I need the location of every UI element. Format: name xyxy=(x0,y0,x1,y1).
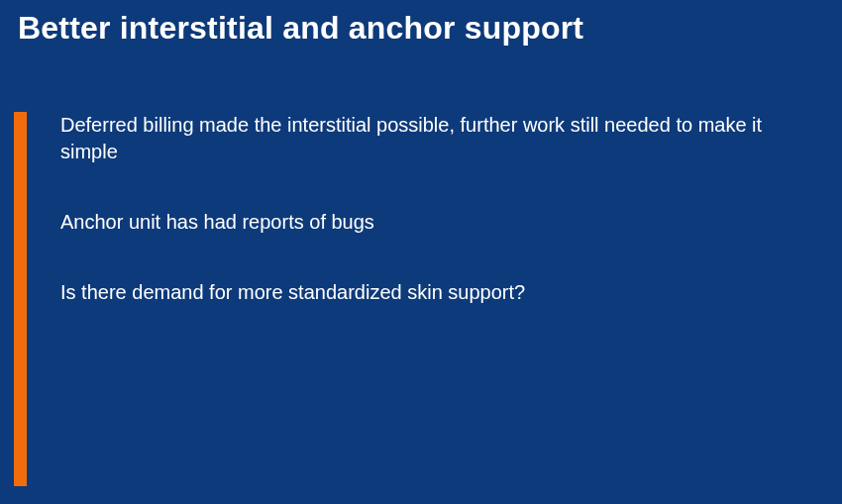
bullet-item: Is there demand for more standardized sk… xyxy=(60,279,824,306)
slide-title: Better interstitial and anchor support xyxy=(0,0,842,47)
content-area: Deferred billing made the interstitial p… xyxy=(14,112,842,350)
bullet-list: Deferred billing made the interstitial p… xyxy=(14,112,842,306)
accent-bar xyxy=(14,112,27,486)
bullet-item: Anchor unit has had reports of bugs xyxy=(60,209,824,236)
bullet-item: Deferred billing made the interstitial p… xyxy=(60,112,824,165)
